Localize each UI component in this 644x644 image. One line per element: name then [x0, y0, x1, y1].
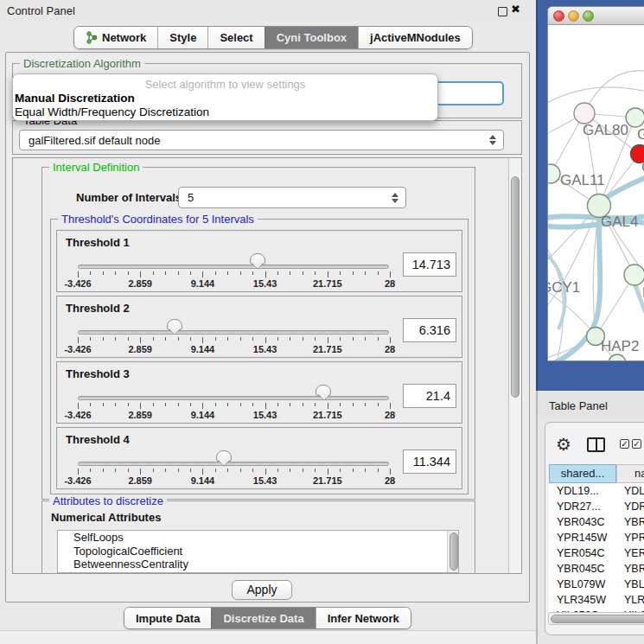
table-cell[interactable]: YBR0 — [616, 514, 644, 530]
tab-jactivemnodules[interactable]: jActiveMNodules — [358, 27, 472, 48]
column-header-shared-name[interactable]: shared... — [549, 464, 616, 483]
tick-label: 2.859 — [128, 475, 152, 486]
slider-track[interactable] — [78, 330, 389, 335]
table-row[interactable]: YBR043CYBR0 — [549, 514, 644, 530]
table-cell[interactable]: YER0 — [616, 545, 644, 561]
slider-thumb[interactable] — [316, 385, 331, 396]
list-item[interactable]: SelfLoops — [58, 531, 458, 545]
table-cell[interactable]: YPR145W — [549, 530, 616, 545]
slider-thumb[interactable] — [167, 319, 182, 330]
dropdown-option-manual[interactable]: Manual Discretization — [13, 92, 437, 105]
table-row[interactable]: YBR045CYBR0 — [549, 561, 644, 577]
threshold-value-field[interactable] — [403, 384, 456, 408]
table-row[interactable]: YDR27...YDR2 — [549, 499, 644, 514]
node-label: GAL4 — [601, 214, 638, 230]
tick-mark — [178, 337, 179, 341]
threshold-value-field[interactable] — [403, 252, 456, 277]
tab-style[interactable]: Style — [157, 27, 207, 48]
list-item[interactable]: TopologicalCoefficient — [58, 545, 458, 558]
network-node[interactable] — [624, 265, 644, 285]
tab-discretize-data[interactable]: Discretize Data — [211, 608, 315, 628]
window-zoom-icon[interactable] — [583, 10, 594, 22]
threshold-value-field[interactable] — [403, 450, 456, 474]
scrollbar-thumb[interactable] — [450, 532, 458, 571]
network-node[interactable] — [548, 164, 560, 183]
split-columns-icon[interactable] — [587, 437, 605, 452]
table-row[interactable]: YER054CYER0 — [549, 545, 644, 561]
list-item[interactable]: BetweennessCentrality — [58, 558, 458, 571]
float-window-icon[interactable] — [498, 7, 507, 16]
node-label: GAL80 — [583, 122, 628, 138]
tick-mark — [378, 403, 379, 406]
apply-button[interactable]: Apply — [232, 580, 292, 600]
tick-mark — [265, 403, 266, 409]
checkbox-icon[interactable]: ✓ — [620, 439, 629, 449]
table-cell[interactable]: YDL19... — [549, 483, 616, 499]
dropdown-option-equal-width[interactable]: Equal Width/Frequency Discretization — [13, 105, 437, 119]
tick-mark — [227, 271, 228, 275]
threshold-value-field[interactable] — [403, 318, 456, 342]
slider-thumb[interactable] — [216, 450, 232, 462]
slider-ticks — [78, 403, 390, 410]
tick-mark — [115, 469, 116, 472]
table-cell[interactable]: YER054C — [549, 545, 616, 561]
gear-icon[interactable]: ⚙ — [556, 434, 571, 455]
slider-scale: -3.4262.8599.14415.4321.71528 — [78, 344, 390, 355]
slider-track[interactable] — [78, 265, 389, 269]
network-window-titlebar[interactable] — [548, 7, 644, 25]
slider-track[interactable] — [78, 396, 389, 400]
tab-infer-network[interactable]: Infer Network — [316, 608, 411, 628]
table-cell[interactable]: YBR0 — [616, 561, 644, 577]
tick-mark — [128, 337, 129, 341]
slider-scale: -3.4262.8599.14415.4321.71528 — [78, 410, 390, 421]
tab-cyni-toolbox[interactable]: Cyni Toolbox — [265, 27, 358, 48]
table-rows: YDL19...YDL1YDR27...YDR2YBR043CYBR0YPR14… — [549, 483, 644, 612]
checkbox-icon[interactable]: ✓ — [632, 439, 641, 449]
table-cell[interactable]: YDL1 — [616, 483, 644, 499]
settings-scrollpane: Interval Definition Number of Intervals … — [12, 157, 522, 574]
dropdown-placeholder-option[interactable]: Select algorithm to view settings — [13, 77, 437, 92]
table-cell[interactable]: YLR345W — [549, 592, 616, 608]
table-row[interactable]: YLR345WYLR3 — [549, 592, 644, 608]
column-header-name[interactable]: na — [616, 464, 644, 483]
control-panel-tab-bar: Network Style Select Cyni Toolbox jActiv… — [73, 26, 473, 49]
table-row[interactable]: YPR145WYPR1 — [549, 530, 644, 545]
tick-label: 28 — [385, 410, 395, 420]
tick-mark — [365, 403, 366, 406]
table-cell[interactable]: YPR1 — [616, 530, 644, 545]
scrollbar-thumb[interactable] — [511, 176, 520, 398]
tick-mark — [227, 469, 228, 472]
tick-mark — [252, 337, 253, 341]
table-cell[interactable]: YBR045C — [549, 561, 616, 577]
table-cell[interactable]: YBL079W — [549, 577, 616, 592]
tick-label: 28 — [385, 278, 395, 289]
tick-label: -3.426 — [64, 410, 91, 420]
tick-mark — [390, 271, 391, 277]
network-canvas[interactable]: GAL80 GA C GAL11 GAL4 GCY1 H HAP2 — [548, 25, 644, 361]
scrollbar-thumb[interactable] — [551, 615, 644, 623]
tab-select[interactable]: Select — [207, 27, 264, 48]
network-node[interactable] — [626, 108, 644, 127]
combo-stepper-icon — [389, 193, 401, 203]
network-node[interactable] — [574, 103, 595, 124]
table-row[interactable]: YBL079WYBL0 — [549, 577, 644, 592]
table-data-combobox[interactable]: galFiltered.sif default node — [19, 130, 504, 150]
table-horizontal-scrollbar — [548, 612, 644, 625]
table-cell[interactable]: YDR27... — [549, 499, 616, 514]
tab-network[interactable]: Network — [74, 27, 157, 48]
table-cell[interactable]: YBR043C — [549, 514, 616, 530]
window-minimize-icon[interactable] — [568, 10, 579, 22]
group-title: Discretization Algorithm — [20, 57, 144, 70]
slider-thumb[interactable] — [250, 253, 265, 265]
table-cell[interactable]: YDR2 — [616, 499, 644, 514]
close-icon[interactable]: ✖ — [511, 3, 520, 16]
table-cell[interactable]: YBL0 — [616, 577, 644, 592]
slider-track[interactable] — [78, 462, 389, 466]
tab-impute-data[interactable]: Impute Data — [124, 608, 211, 628]
window-close-icon[interactable] — [553, 10, 564, 22]
num-intervals-combobox[interactable]: 5 — [178, 187, 406, 208]
tick-label: 9.144 — [191, 410, 215, 420]
table-row[interactable]: YDL19...YDL1 — [549, 483, 644, 499]
table-cell[interactable]: YLR3 — [616, 592, 644, 608]
tick-mark — [353, 271, 354, 275]
